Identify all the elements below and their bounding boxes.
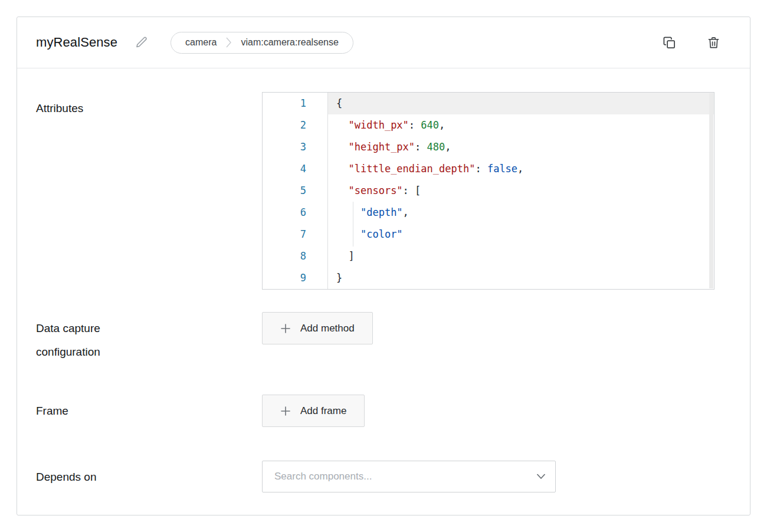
code-line[interactable]: { — [328, 93, 714, 114]
editor-code[interactable]: { "width_px": 640, "height_px": 480, "li… — [328, 93, 714, 289]
duplicate-icon — [663, 36, 676, 50]
line-number: 2 — [263, 114, 327, 136]
code-line[interactable]: "color" — [328, 224, 714, 245]
line-number: 3 — [263, 136, 327, 158]
attributes-label: Attributes — [36, 92, 145, 120]
attributes-json-editor[interactable]: 123456789 { "width_px": 640, "height_px"… — [262, 92, 714, 290]
depends-on-row: Depends on — [36, 461, 731, 492]
delete-button[interactable] — [706, 35, 722, 51]
code-line[interactable]: "width_px": 640, — [328, 114, 714, 136]
data-capture-row: Data capture configuration Add method — [36, 312, 731, 364]
component-type-pill: camera viam:camera:realsense — [171, 32, 353, 54]
plus-icon — [280, 323, 291, 334]
search-components-input[interactable] — [262, 461, 556, 492]
indent-guide — [353, 202, 353, 247]
attributes-row: Attributes 123456789 { "width_px": 640, … — [36, 92, 731, 290]
line-number: 5 — [263, 180, 327, 202]
component-type: camera — [185, 37, 217, 48]
depends-on-label: Depends on — [36, 461, 145, 489]
component-card: myRealSense camera viam:camera:realsense — [17, 17, 750, 515]
duplicate-button[interactable] — [661, 35, 677, 51]
line-number: 8 — [263, 245, 327, 267]
line-number: 9 — [263, 267, 327, 289]
data-capture-label: Data capture configuration — [36, 312, 145, 364]
frame-row: Frame Add frame — [36, 395, 731, 427]
component-model: viam:camera:realsense — [241, 37, 338, 48]
code-line[interactable]: "little_endian_depth": false, — [328, 158, 714, 180]
add-frame-button[interactable]: Add frame — [262, 395, 365, 427]
code-line[interactable]: ] — [328, 245, 714, 267]
component-name: myRealSense — [36, 35, 117, 50]
editor-scrollbar[interactable] — [709, 93, 713, 288]
depends-on-combobox[interactable] — [262, 461, 556, 492]
chevron-right-icon — [226, 37, 231, 48]
code-line[interactable]: "sensors": [ — [328, 180, 714, 202]
line-number: 6 — [263, 202, 327, 224]
card-header: myRealSense camera viam:camera:realsense — [17, 17, 750, 68]
code-line[interactable]: "height_px": 480, — [328, 136, 714, 158]
line-number: 1 — [263, 93, 327, 114]
line-number: 7 — [263, 224, 327, 245]
trash-icon — [707, 36, 720, 50]
rename-button[interactable] — [134, 35, 149, 50]
code-line[interactable]: } — [328, 267, 714, 289]
add-method-button[interactable]: Add method — [262, 312, 373, 344]
code-line[interactable]: "depth", — [328, 202, 714, 224]
pencil-icon — [135, 36, 148, 49]
line-number: 4 — [263, 158, 327, 180]
plus-icon — [280, 406, 291, 416]
frame-label: Frame — [36, 395, 145, 423]
header-actions — [661, 35, 722, 51]
card-body: Attributes 123456789 { "width_px": 640, … — [17, 68, 750, 514]
add-frame-label: Add frame — [300, 405, 346, 417]
add-method-label: Add method — [300, 323, 355, 334]
editor-gutter: 123456789 — [263, 93, 328, 289]
